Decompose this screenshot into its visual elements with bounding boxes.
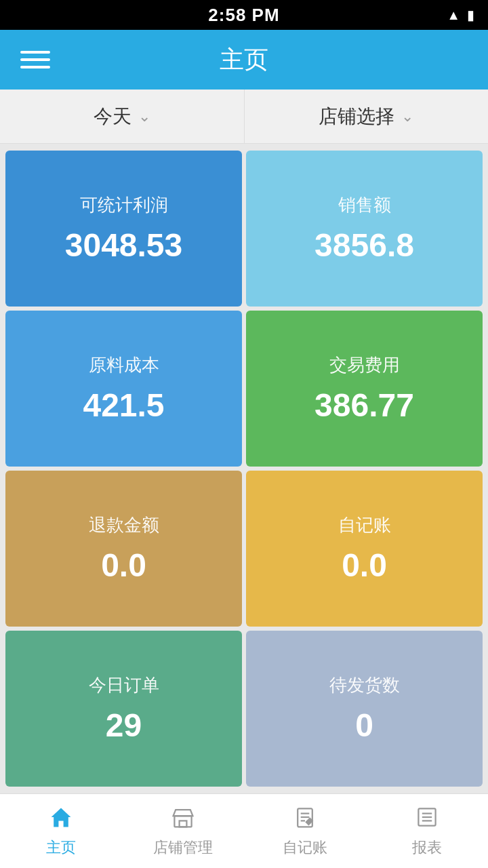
menu-line-1 (20, 51, 50, 54)
status-icons: ▲ ▮ (447, 7, 474, 23)
card-pending[interactable]: 待发货数0 (246, 631, 483, 787)
date-filter-label: 今天 (94, 104, 131, 130)
status-bar: 2:58 PM ▲ ▮ (0, 0, 488, 30)
nav-label-selfaccount: 自记账 (283, 837, 327, 858)
card-label-cost: 原料成本 (89, 353, 159, 377)
nav-item-store[interactable]: 店铺管理 (122, 794, 244, 868)
card-value-pending: 0 (355, 707, 373, 744)
card-value-transaction: 386.77 (314, 387, 414, 424)
nav-item-report[interactable]: 报表 (366, 794, 488, 868)
page-title: 主页 (220, 43, 268, 77)
nav-icon-store (171, 805, 195, 833)
nav-item-home[interactable]: 主页 (0, 794, 122, 868)
battery-icon: ▮ (467, 7, 474, 23)
card-label-sales: 销售额 (338, 193, 391, 217)
card-selfbook[interactable]: 自记账0.0 (246, 471, 483, 627)
card-label-pending: 待发货数 (329, 673, 400, 697)
header: 主页 (0, 30, 488, 90)
card-value-profit: 3048.53 (65, 226, 183, 264)
bottom-nav: 主页 店铺管理 自记账 报表 (0, 793, 488, 868)
svg-rect-1 (180, 821, 187, 827)
card-value-cost: 421.5 (83, 387, 164, 424)
nav-icon-selfaccount (293, 805, 317, 833)
date-chevron-icon: ⌄ (138, 108, 150, 125)
wifi-icon: ▲ (447, 7, 460, 23)
dashboard: 可统计利润3048.53销售额3856.8原料成本421.5交易费用386.77… (0, 144, 488, 793)
card-label-profit: 可统计利润 (80, 193, 168, 217)
menu-line-3 (20, 66, 50, 68)
menu-button[interactable] (20, 51, 50, 68)
card-label-selfbook: 自记账 (338, 513, 391, 537)
store-chevron-icon: ⌄ (401, 108, 413, 125)
card-value-orders: 29 (106, 707, 142, 744)
card-sales[interactable]: 销售额3856.8 (246, 151, 483, 307)
card-transaction[interactable]: 交易费用386.77 (246, 311, 483, 467)
card-value-sales: 3856.8 (314, 226, 414, 264)
nav-label-home: 主页 (46, 837, 76, 858)
card-cost[interactable]: 原料成本421.5 (5, 311, 242, 467)
status-time: 2:58 PM (208, 5, 279, 26)
nav-icon-report (415, 805, 439, 833)
card-orders[interactable]: 今日订单29 (5, 631, 242, 787)
card-label-refund: 退款金额 (89, 513, 159, 537)
store-filter-label: 店铺选择 (319, 104, 394, 130)
date-filter[interactable]: 今天 ⌄ (0, 90, 245, 143)
filter-bar: 今天 ⌄ 店铺选择 ⌄ (0, 90, 488, 144)
nav-label-store: 店铺管理 (153, 837, 213, 858)
card-value-selfbook: 0.0 (342, 547, 387, 584)
card-value-refund: 0.0 (101, 547, 146, 584)
store-filter[interactable]: 店铺选择 ⌄ (245, 90, 489, 143)
menu-line-2 (20, 58, 50, 61)
nav-icon-home (49, 805, 73, 833)
card-profit[interactable]: 可统计利润3048.53 (5, 151, 242, 307)
nav-label-report: 报表 (412, 837, 442, 858)
card-refund[interactable]: 退款金额0.0 (5, 471, 242, 627)
card-label-transaction: 交易费用 (329, 353, 400, 377)
card-label-orders: 今日订单 (89, 673, 159, 697)
nav-item-selfaccount[interactable]: 自记账 (244, 794, 366, 868)
